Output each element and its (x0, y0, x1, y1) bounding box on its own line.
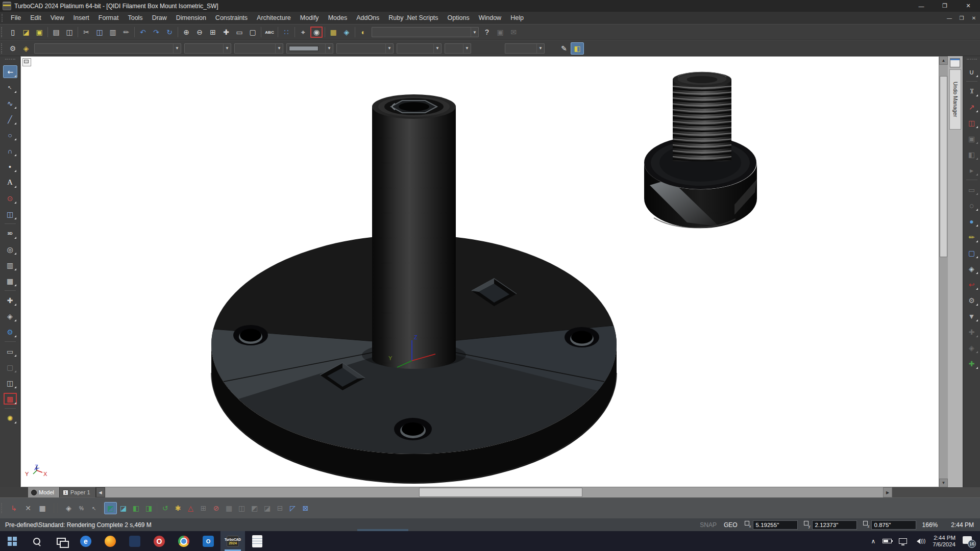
symbols-palette-button[interactable]: ▦ (327, 26, 340, 38)
restore-button[interactable]: ❐ (933, 0, 957, 12)
menu-options[interactable]: Options (443, 12, 474, 24)
line-weight-select-combo[interactable]: ▼ (336, 43, 394, 54)
cursor-mode-button[interactable]: ↖ (88, 502, 101, 514)
menu-constraints[interactable]: Constraints (211, 12, 252, 24)
dropdown-arrow-icon[interactable]: ▼ (471, 28, 478, 37)
mdi-restore-button[interactable]: ❐ (955, 13, 968, 23)
property-settings-button[interactable]: ⚙ (6, 42, 19, 55)
options-gear-button[interactable]: ⚙ (3, 325, 17, 338)
new-target-tool-button[interactable]: ✺ (3, 412, 17, 424)
zoom-extents-button[interactable]: ▢ (246, 26, 259, 38)
menu-modes[interactable]: Modes (324, 12, 352, 24)
notification-center-button[interactable]: 16 (963, 536, 975, 546)
color-select-combo[interactable]: ▼ (286, 43, 333, 54)
3d-modify-tool-button[interactable]: ◈ (3, 310, 17, 322)
copy-tool-button[interactable]: ◫ (3, 208, 17, 220)
taskbar-clock[interactable]: 2:44 PM 7/6/2024 (933, 535, 955, 548)
no-fill-mode-button[interactable]: ⊘ (210, 502, 223, 514)
render-scene-button[interactable]: ◈ (19, 42, 33, 55)
snap-aperture-button[interactable]: ⌖ (297, 26, 310, 38)
redo-button[interactable]: ↷ (150, 26, 163, 38)
tab-scroll-left-button[interactable]: ◀ (96, 487, 105, 497)
workplane-select-combo[interactable]: ▼ (505, 43, 545, 54)
vertical-scroll-thumb[interactable] (940, 76, 947, 257)
edit-sparkle-tool-button[interactable]: ✏ (965, 231, 979, 243)
add-green-tool-button[interactable]: ✚ (965, 357, 979, 370)
line-scale-select-combo[interactable]: ▼ (397, 43, 442, 54)
pen-style-button[interactable]: ✎ (557, 42, 571, 55)
grid-toggle-button[interactable]: ∷ (280, 26, 293, 38)
taskbar-outlook-button[interactable]: O (196, 531, 220, 551)
vertical-scrollbar[interactable]: ▲ ▼ (939, 56, 948, 487)
select-3d-mode-button[interactable]: ◈ (62, 502, 75, 514)
snap-indicator[interactable]: SNAP (700, 521, 717, 529)
layer-select-combo[interactable]: ▼ (184, 43, 231, 54)
no-select-mode-button[interactable]: ⊠ (299, 502, 312, 514)
constraint-tool-button[interactable]: ⊙ (3, 192, 17, 205)
dropdown-arrow-icon[interactable]: ▼ (173, 44, 181, 53)
command-search-combo[interactable]: ▼ (372, 27, 479, 37)
taskbar-app-dark-button[interactable] (122, 531, 147, 551)
marquee-select-tool-button[interactable]: ▢ (965, 246, 979, 259)
wedge-tool-button[interactable]: ◈ (965, 262, 979, 275)
previous-view-button[interactable]: ▭ (233, 26, 246, 38)
render-button[interactable]: ◐ (357, 26, 370, 38)
move-tool-button[interactable]: ✚ (3, 294, 17, 307)
camera-view-button[interactable]: ◉ (310, 26, 323, 38)
menu-ruby-net-scripts[interactable]: Ruby .Net Scripts (384, 12, 443, 24)
cancel-selection-button[interactable]: ✕ (21, 502, 35, 514)
network-icon[interactable] (899, 538, 907, 544)
transform-tool-button[interactable]: ↗ (965, 101, 979, 113)
pan-button[interactable]: ✚ (219, 26, 233, 38)
taskbar-opera-button[interactable]: O (147, 531, 172, 551)
scroll-down-button[interactable]: ▼ (939, 479, 948, 487)
selection-info-table-button[interactable]: ▦ (36, 502, 49, 514)
menu-tools[interactable]: Tools (123, 12, 147, 24)
menu-architecture[interactable]: Architecture (252, 12, 296, 24)
y-coordinate-field[interactable]: 2.12373" (812, 520, 857, 530)
zoom-out-button[interactable]: ⊖ (193, 26, 206, 38)
point-tool-button[interactable]: • (3, 160, 17, 173)
spell-check-button[interactable]: ABC (263, 26, 276, 38)
battery-icon[interactable] (883, 539, 892, 543)
blue-vertex-mode-button[interactable]: ◸ (286, 502, 299, 514)
scroll-up-button[interactable]: ▲ (939, 56, 948, 65)
paste-button[interactable]: ▥ (106, 26, 119, 38)
array-tool-button[interactable]: ▦ (3, 274, 17, 287)
snap-grid-mode-button[interactable]: ◧ (130, 502, 142, 514)
3d-torus-tool-button[interactable]: ◎ (3, 243, 17, 256)
text-tool-button[interactable]: A (3, 176, 17, 189)
menu-view[interactable]: View (46, 12, 69, 24)
snap-corner-mode-button[interactable]: ◪ (117, 502, 130, 514)
3d-entity-tool-button[interactable]: 3D (3, 227, 17, 240)
task-view-button[interactable] (49, 531, 74, 551)
tab-model[interactable]: Model (28, 487, 60, 497)
tab-paper-1[interactable]: 1 Paper 1 (60, 487, 96, 497)
insert-picture-tool-button[interactable]: ◫ (3, 377, 17, 389)
delta-mode-button[interactable]: △ (184, 502, 197, 514)
print-button[interactable]: ▤ (50, 26, 63, 38)
local-coords-button[interactable]: ↳ (7, 502, 20, 514)
zoom-in-button[interactable]: ⊕ (180, 26, 193, 38)
mdi-close-button[interactable]: ✕ (968, 13, 980, 23)
zoom-window-button[interactable]: ⊞ (206, 26, 219, 38)
taskbar-chrome-button[interactable] (172, 531, 196, 551)
dropdown-arrow-icon[interactable]: ▼ (433, 44, 441, 53)
speaker-icon[interactable]: ))) (914, 538, 925, 544)
close-button[interactable]: ✕ (957, 0, 980, 12)
cut-button[interactable]: ✂ (80, 26, 93, 38)
priority-select-combo[interactable]: ▼ (445, 43, 471, 54)
save-button[interactable]: ▣ (33, 26, 46, 38)
sketch-tool-button[interactable]: ∿ (3, 97, 17, 110)
dropdown-arrow-icon[interactable]: ▼ (385, 44, 393, 53)
tray-expand-icon[interactable]: ∧ (871, 538, 875, 545)
dropdown-arrow-icon[interactable]: ▼ (325, 44, 333, 53)
mdi-minimize-button[interactable]: — (943, 13, 955, 23)
dropdown-arrow-icon[interactable]: ▼ (223, 44, 231, 53)
select-tool-button[interactable]: ↖ (3, 65, 17, 78)
format-painter-button[interactable]: ✏ (119, 26, 133, 38)
scroll-right-button[interactable]: ▶ (883, 487, 892, 497)
node-select-tool-button[interactable]: ↖ (3, 81, 17, 94)
brush-fill-button[interactable]: ◧ (571, 42, 584, 55)
minimize-button[interactable]: — (910, 0, 933, 12)
